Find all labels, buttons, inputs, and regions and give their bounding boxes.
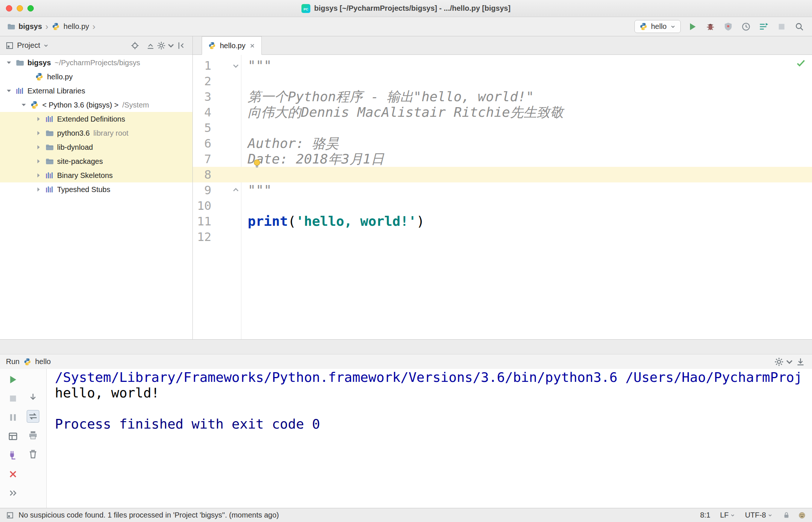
chevron-expanded-icon[interactable] [20, 101, 27, 109]
editor-line-4[interactable]: 4向伟大的Dennis MacAlistair Ritchie先生致敬 [193, 105, 812, 120]
tree-item-label: Typeshed Stubs [57, 185, 110, 194]
editor-line-10[interactable]: 10 [193, 198, 812, 214]
run-configuration-select[interactable]: hello [634, 20, 681, 33]
encoding-select[interactable]: UTF-8 [745, 511, 773, 519]
tab-hello-py[interactable]: hello.py [202, 36, 262, 55]
fold-region-end-icon[interactable] [232, 186, 240, 194]
restore-layout-button[interactable] [7, 430, 19, 443]
locate-icon [130, 41, 140, 50]
toolwindow-toggle-icon[interactable] [6, 511, 14, 519]
editor-line-7[interactable]: 7Date: 2018年3月1日 [193, 151, 812, 167]
debug-icon [705, 22, 716, 32]
editor-line-1[interactable]: 1""" [193, 58, 812, 73]
dock-button[interactable] [795, 356, 806, 367]
tree-item-python-3-6-bigsys[interactable]: < Python 3.6 (bigsys) >/System [0, 98, 192, 112]
stop-button [776, 21, 788, 33]
chevron-collapsed-icon[interactable] [35, 143, 42, 151]
collapse-all-button[interactable] [145, 40, 156, 51]
dock-icon [795, 357, 806, 367]
editor-line-6[interactable]: 6Author: 骆昊 [193, 136, 812, 151]
chevron-expanded-icon[interactable] [5, 59, 13, 66]
tree-item-typeshed-stubs[interactable]: Typeshed Stubs [0, 182, 192, 196]
chevron-expanded-icon[interactable] [5, 87, 13, 95]
locate-file-button[interactable] [129, 40, 141, 51]
breadcrumb-item-hello-py[interactable]: hello.py [63, 22, 89, 31]
run-console[interactable]: /System/Library/Frameworks/Python.framew… [47, 369, 812, 508]
clear-icon [27, 449, 39, 460]
chevron-collapsed-icon[interactable] [35, 158, 42, 165]
minimize-window-button[interactable] [17, 5, 23, 11]
attach-console-button[interactable] [7, 449, 19, 462]
editor-line-5[interactable]: 5 [193, 120, 812, 136]
read-only-lock-icon[interactable] [782, 511, 790, 519]
fold-gutter [211, 151, 241, 167]
chevron-collapsed-icon[interactable] [35, 129, 42, 137]
chevron-collapsed-icon[interactable] [35, 186, 42, 193]
tree-item-extended-definitions[interactable]: Extended Definitions [0, 112, 192, 126]
tree-item-hello-py[interactable]: hello.py [0, 70, 192, 84]
pause-output-button[interactable] [7, 411, 19, 424]
fold-region-start-icon[interactable] [232, 62, 240, 70]
code-text [241, 120, 248, 136]
rerun-button[interactable] [7, 373, 19, 386]
tree-item-lib-dynload[interactable]: lib-dynload [0, 140, 192, 154]
breadcrumb-item-bigsys[interactable]: bigsys [19, 22, 42, 31]
encoding-value: UTF-8 [745, 511, 766, 519]
zoom-window-button[interactable] [27, 5, 34, 11]
hide-icon [177, 41, 187, 50]
run-toolbar-col2 [23, 373, 43, 508]
code-editor[interactable]: 1"""23第一个Python程序 - 输出"hello, world!"4向伟… [193, 55, 812, 339]
line-number: 5 [193, 120, 211, 136]
coverage-button[interactable] [722, 21, 734, 33]
project-panel-title[interactable]: Project [17, 41, 40, 50]
run-button[interactable] [687, 21, 699, 33]
tree-item-python3-6[interactable]: python3.6library root [0, 126, 192, 140]
close-tab-icon[interactable] [249, 43, 255, 49]
settings-button[interactable] [779, 356, 790, 367]
editor-line-11[interactable]: 11print('hello, world!') [193, 214, 812, 229]
more-actions-button[interactable] [7, 487, 19, 499]
status-widgets: 8:1 LF UTF-8 [700, 511, 806, 519]
intention-bulb-icon[interactable] [251, 158, 263, 169]
inspection-status-icon[interactable] [796, 58, 806, 68]
folder-node-icon [45, 157, 54, 166]
stop-icon [776, 22, 787, 32]
clear-all-button[interactable] [27, 448, 39, 460]
tree-item-bigsys[interactable]: bigsys~/PycharmProjects/bigsys [0, 56, 192, 70]
settings-icon [156, 41, 166, 50]
project-panel-header: Project [0, 36, 192, 55]
run-panel-title[interactable]: Run [6, 357, 20, 366]
profiler-button[interactable] [740, 21, 752, 33]
search-everywhere-button[interactable] [793, 21, 805, 33]
soft-wrap-button[interactable] [27, 410, 39, 423]
run-config-name[interactable]: hello [35, 357, 51, 366]
caret-position-widget[interactable]: 8:1 [700, 511, 710, 519]
settings-button[interactable] [161, 40, 172, 51]
console-line-4: Process finished with exit code 0 [55, 416, 812, 432]
line-number: 6 [193, 136, 211, 151]
editor-line-9[interactable]: 9""" [193, 182, 812, 198]
debug-button[interactable] [704, 21, 716, 33]
close-window-button[interactable] [6, 5, 12, 11]
print-button[interactable] [27, 429, 39, 442]
chevron-collapsed-icon[interactable] [35, 115, 42, 123]
editor-line-3[interactable]: 3第一个Python程序 - 输出"hello, world!" [193, 89, 812, 105]
tree-item-external-libraries[interactable]: External Libraries [0, 84, 192, 98]
horizontal-splitter[interactable] [0, 339, 812, 354]
line-separator-select[interactable]: LF [720, 511, 735, 519]
hide-panel-button[interactable] [176, 40, 187, 51]
concurrency-diagram-button[interactable] [758, 21, 770, 33]
close-button[interactable] [7, 468, 19, 480]
chevron-down-icon [166, 41, 176, 50]
console-line-3 [55, 401, 812, 416]
folder-node-icon [15, 58, 24, 67]
editor-line-8[interactable]: 8 [193, 167, 812, 182]
stop-icon [7, 393, 19, 404]
highlighting-level-icon[interactable] [798, 511, 806, 519]
editor-line-12[interactable]: 12 [193, 229, 812, 245]
tree-item-site-packages[interactable]: site-packages [0, 154, 192, 168]
editor-line-2[interactable]: 2 [193, 73, 812, 89]
chevron-collapsed-icon[interactable] [35, 172, 42, 179]
tree-item-binary-skeletons[interactable]: Binary Skeletons [0, 168, 192, 182]
scroll-to-end-button[interactable] [27, 391, 39, 404]
